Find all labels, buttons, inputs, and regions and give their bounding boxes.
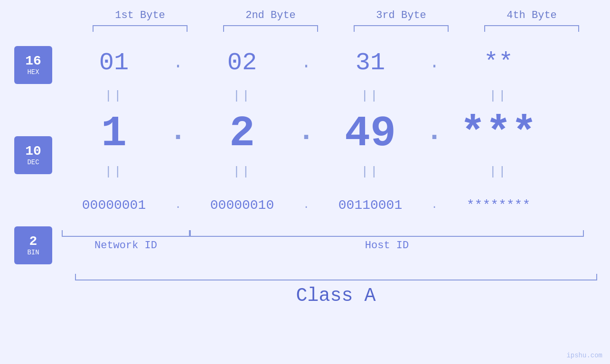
- bin-dot-3: .: [422, 199, 446, 211]
- network-id-bracket: [62, 230, 190, 237]
- bin-dot-1: .: [166, 199, 190, 211]
- dec-dot-1: .: [166, 115, 190, 152]
- dec-num: 10: [25, 144, 41, 159]
- bin-base: BIN: [27, 249, 39, 256]
- eq-4: ||: [446, 89, 551, 103]
- eq-row-2: || || || ||: [62, 160, 610, 184]
- dec-val-2: 2: [190, 112, 294, 155]
- bin-dot-2: .: [294, 199, 318, 211]
- dec-val-1: 1: [62, 112, 166, 155]
- hex-dot-3: .: [422, 53, 446, 73]
- class-label: Class A: [75, 285, 597, 307]
- bin-row: 00000001 . 00000010 . 00110001 . *******…: [62, 184, 610, 226]
- bottom-bracket-section: Network ID Host ID: [62, 230, 584, 252]
- hex-base: HEX: [27, 68, 39, 76]
- eq-2: ||: [190, 89, 294, 103]
- dec-val-4: ***: [446, 112, 551, 155]
- hex-dot-1: .: [166, 53, 190, 73]
- hex-num: 16: [25, 54, 41, 69]
- dec-dot-2: .: [294, 115, 318, 152]
- bin-val-1: 00000001: [62, 198, 166, 213]
- hex-val-3: 31: [318, 49, 422, 77]
- bracket-1: [93, 25, 188, 32]
- eq-3: ||: [318, 89, 422, 103]
- byte-label-3: 3rd Byte: [349, 9, 453, 21]
- top-brackets: [75, 25, 597, 32]
- id-labels: Network ID Host ID: [62, 240, 584, 252]
- host-id-bracket: [190, 230, 584, 237]
- eq2-1: ||: [62, 165, 166, 179]
- dec-label-box: 10 DEC: [14, 136, 52, 174]
- dec-base: DEC: [27, 159, 39, 166]
- network-id-label: Network ID: [62, 240, 190, 252]
- bin-val-2: 00000010: [190, 198, 294, 213]
- eq2-4: ||: [446, 165, 551, 179]
- bin-num: 2: [29, 234, 38, 249]
- hex-val-4: **: [446, 49, 551, 77]
- dec-val-3: 49: [318, 112, 422, 155]
- class-section: Class A: [75, 274, 597, 307]
- hex-val-1: 01: [62, 49, 166, 77]
- hex-dot-2: .: [294, 53, 318, 73]
- bin-val-3: 00110001: [318, 198, 422, 213]
- main-container: 1st Byte 2nd Byte 3rd Byte 4th Byte 16 H…: [0, 0, 610, 364]
- base-labels-column: 16 HEX 10 DEC 2 BIN: [0, 41, 62, 264]
- eq2-3: ||: [318, 165, 422, 179]
- bracket-3: [354, 25, 449, 32]
- byte-label-4: 4th Byte: [479, 9, 584, 21]
- bottom-brackets: [62, 230, 584, 237]
- host-id-label: Host ID: [190, 240, 584, 252]
- class-bracket: [75, 274, 597, 280]
- watermark: ipshu.com: [566, 352, 602, 359]
- hex-row: 01 . 02 . 31 . **: [62, 41, 610, 84]
- bin-label-box: 2 BIN: [14, 226, 52, 264]
- hex-val-2: 02: [190, 49, 294, 77]
- bracket-2: [223, 25, 318, 32]
- eq2-2: ||: [190, 165, 294, 179]
- byte-label-1: 1st Byte: [88, 9, 192, 21]
- byte-labels-row: 1st Byte 2nd Byte 3rd Byte 4th Byte: [75, 9, 597, 21]
- eq-1: ||: [62, 89, 166, 103]
- byte-label-2: 2nd Byte: [218, 9, 323, 21]
- hex-label-box: 16 HEX: [14, 46, 52, 84]
- data-display-area: 01 . 02 . 31 . ** || || || || 1 .: [62, 41, 610, 252]
- main-content-area: 16 HEX 10 DEC 2 BIN 01 . 02 . 31 . **: [0, 41, 610, 264]
- bin-val-4: ********: [446, 198, 551, 213]
- dec-dot-3: .: [422, 115, 446, 152]
- eq-row-1: || || || ||: [62, 84, 610, 108]
- dec-row: 1 . 2 . 49 . ***: [62, 108, 610, 160]
- bracket-4: [484, 25, 579, 32]
